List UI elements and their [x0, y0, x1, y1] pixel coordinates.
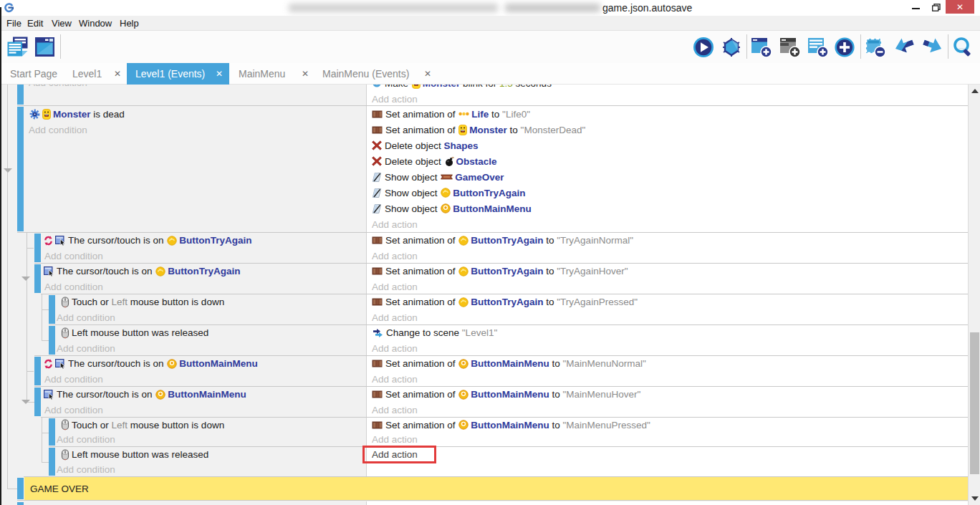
- action-row[interactable]: Set animation of ButtonTryAgain to "TryA…: [372, 264, 628, 279]
- event-partial-bottom: [0, 501, 968, 505]
- tab-close-icon[interactable]: ✕: [302, 63, 309, 85]
- action-row[interactable]: Change to scene "Level1": [372, 325, 497, 341]
- menu-item-file[interactable]: File: [6, 16, 21, 31]
- scene-editor-icon[interactable]: [34, 37, 55, 57]
- menu-item-edit[interactable]: Edit: [27, 16, 43, 31]
- search-icon[interactable]: [952, 37, 973, 57]
- object-name: GameOver: [455, 172, 504, 183]
- close-button[interactable]: ✕: [946, 0, 974, 14]
- scroll-up-arrow-icon[interactable]: [971, 89, 979, 93]
- add-event-icon[interactable]: [751, 37, 772, 57]
- add-action-link[interactable]: Add action: [372, 251, 418, 261]
- instruction-text: Set animation of: [385, 109, 458, 120]
- action-row[interactable]: Delete object Shapes: [372, 138, 479, 153]
- tab-close-icon[interactable]: ✕: [216, 63, 223, 85]
- add-action-link[interactable]: Add action: [372, 343, 418, 354]
- add-action-link[interactable]: Add action: [372, 219, 418, 230]
- collapse-arrow-icon[interactable]: [4, 168, 12, 173]
- delete-event-icon[interactable]: [865, 37, 885, 57]
- add-condition-link[interactable]: Add condition: [29, 85, 87, 88]
- add-circle-icon[interactable]: [834, 37, 855, 57]
- condition-row[interactable]: The cursor/touch is on ButtonMainMenu: [44, 387, 246, 403]
- event-indent-bar[interactable]: [49, 326, 55, 355]
- action-row[interactable]: Show object GameOver: [372, 169, 504, 185]
- condition-row[interactable]: The cursor/touch is on ButtonMainMenu: [44, 356, 258, 372]
- menu-item-window[interactable]: Window: [79, 16, 112, 31]
- event-indent-bar[interactable]: [17, 502, 24, 505]
- tab-mainmenu-events-[interactable]: MainMenu (Events): [322, 63, 409, 85]
- action-row[interactable]: Show object ButtonTryAgain: [372, 185, 526, 201]
- add-condition-link[interactable]: Add condition: [57, 343, 115, 354]
- debug-icon[interactable]: [721, 37, 741, 57]
- event-indent-bar[interactable]: [34, 388, 41, 416]
- add-condition-link[interactable]: Add condition: [57, 434, 115, 445]
- event-indent-bar[interactable]: [34, 264, 41, 293]
- add-action-link[interactable]: Add action: [372, 94, 418, 105]
- undo-icon[interactable]: [894, 37, 915, 57]
- condition-row[interactable]: Left mouse button was released: [61, 447, 208, 462]
- action-row[interactable]: Set animation of ButtonTryAgain to "TryA…: [372, 233, 633, 249]
- menu-item-help[interactable]: Help: [120, 16, 139, 31]
- menu-item-view[interactable]: View: [52, 16, 72, 31]
- event-indent-bar[interactable]: [34, 234, 41, 262]
- tab-label[interactable]: Level1 (Events): [135, 63, 205, 85]
- event-indent-bar[interactable]: [49, 295, 55, 324]
- action-row[interactable]: Set animation of ButtonMainMenu to "Main…: [372, 387, 640, 403]
- action-row[interactable]: Set animation of Monster to "MonsterDead…: [372, 122, 585, 138]
- tab-close-icon[interactable]: ✕: [114, 63, 121, 85]
- add-condition-link[interactable]: Add condition: [44, 405, 103, 415]
- event-indent-bar[interactable]: [49, 418, 55, 446]
- restore-button[interactable]: [927, 0, 946, 14]
- add-condition-link[interactable]: Add condition: [57, 312, 115, 323]
- action-row[interactable]: Delete object Obstacle: [372, 153, 497, 169]
- instruction-text: blink for: [460, 85, 499, 89]
- condition-row[interactable]: Left mouse button was released: [61, 325, 208, 341]
- action-row[interactable]: Set animation of Life to "Life0": [372, 106, 530, 122]
- condition-row[interactable]: Touch or Left mouse button is down: [61, 418, 224, 433]
- action-row[interactable]: Show object ButtonMainMenu: [372, 201, 532, 216]
- add-action-link[interactable]: Add action: [372, 282, 418, 292]
- action-row[interactable]: Set animation of ButtonMainMenu to "Main…: [372, 418, 650, 433]
- condition-row[interactable]: The cursor/touch is on ButtonTryAgain: [44, 264, 241, 279]
- collapse-arrow-icon[interactable]: [21, 276, 30, 281]
- animation-icon: [372, 359, 383, 368]
- tab-mainmenu[interactable]: MainMenu: [239, 63, 285, 85]
- tab-level1[interactable]: Level1: [72, 63, 102, 85]
- collapse-arrow-icon[interactable]: [21, 400, 30, 404]
- cursor-icon: [44, 266, 54, 277]
- scrollbar-thumb[interactable]: [970, 332, 979, 474]
- add-subevent-icon[interactable]: [779, 37, 800, 57]
- event-indent-bar[interactable]: [17, 85, 24, 105]
- condition-row[interactable]: Monster is dead: [29, 106, 125, 122]
- minimize-button[interactable]: [907, 0, 926, 14]
- comment-game-over[interactable]: GAME OVER: [0, 477, 968, 501]
- action-row[interactable]: Set animation of ButtonMainMenu to "Main…: [372, 356, 646, 372]
- add-condition-link[interactable]: Add condition: [44, 282, 103, 292]
- event-indent-bar[interactable]: [17, 478, 24, 499]
- vertical-scrollbar[interactable]: [968, 85, 980, 505]
- play-icon[interactable]: [693, 37, 714, 57]
- add-condition-link[interactable]: Add condition: [44, 374, 103, 385]
- add-condition-link[interactable]: Add condition: [57, 464, 115, 475]
- condition-row[interactable]: Touch or Left mouse button is down: [61, 294, 224, 310]
- add-condition-link[interactable]: Add condition: [44, 251, 103, 261]
- condition-row[interactable]: The cursor/touch is on ButtonTryAgain: [44, 233, 252, 249]
- add-comment-icon[interactable]: [807, 37, 828, 57]
- event-indent-bar[interactable]: [49, 448, 55, 476]
- add-action-link[interactable]: Add action: [372, 405, 418, 415]
- action-row[interactable]: Set animation of ButtonTryAgain to "TryA…: [372, 294, 638, 310]
- event-indent-bar[interactable]: [34, 357, 41, 385]
- scroll-down-arrow-icon[interactable]: [971, 496, 979, 501]
- add-action-link[interactable]: Add action: [372, 449, 418, 460]
- redo-icon[interactable]: [921, 37, 942, 57]
- tab-level1-events-[interactable]: Level1 (Events)✕: [127, 63, 229, 85]
- add-action-link[interactable]: Add action: [372, 374, 418, 385]
- events-editor-icon[interactable]: [7, 37, 28, 57]
- event-indent-bar[interactable]: [17, 107, 24, 231]
- action-row[interactable]: Make Monster blink for 1.5 seconds: [372, 85, 552, 91]
- add-action-link[interactable]: Add action: [372, 312, 418, 323]
- add-condition-link[interactable]: Add condition: [29, 125, 87, 135]
- add-action-link[interactable]: Add action: [372, 434, 418, 445]
- tab-start-page[interactable]: Start Page: [10, 63, 57, 85]
- tab-close-icon[interactable]: ✕: [424, 63, 431, 85]
